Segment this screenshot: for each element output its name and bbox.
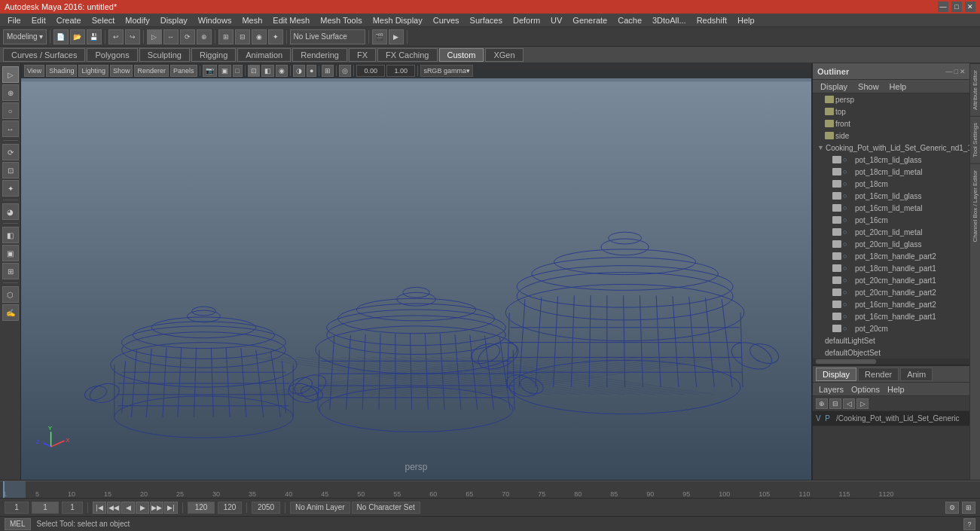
- menu-item-mesh-tools[interactable]: Mesh Tools: [316, 14, 366, 27]
- outliner-item[interactable]: ○pot_18cm_handle_part2: [813, 250, 970, 262]
- menu-item-display[interactable]: Display: [156, 14, 192, 27]
- maximize-btn[interactable]: □: [951, 2, 962, 12]
- menu-item-uv[interactable]: UV: [546, 14, 566, 27]
- vp-cam-btn[interactable]: 📷: [203, 65, 217, 77]
- outliner-min-btn[interactable]: —: [946, 68, 953, 75]
- secondary-tab-xgen[interactable]: XGen: [485, 48, 523, 62]
- menu-item-create[interactable]: Create: [52, 14, 86, 27]
- minimize-btn[interactable]: —: [938, 2, 948, 12]
- redo-btn[interactable]: ↪: [125, 29, 140, 44]
- menu-item-generate[interactable]: Generate: [568, 14, 612, 27]
- secondary-tab-rendering[interactable]: Rendering: [292, 48, 347, 62]
- secondary-tab-curves---surfaces[interactable]: Curves / Surfaces: [3, 48, 85, 62]
- outliner-help-menu[interactable]: Help: [885, 82, 911, 91]
- vp-grid-btn[interactable]: ⊞: [322, 65, 334, 77]
- vp-menu-panels[interactable]: Panels: [170, 65, 197, 77]
- outliner-item[interactable]: top: [813, 105, 970, 117]
- vp-far-clip[interactable]: 1.00: [386, 65, 415, 77]
- menu-item-help[interactable]: Help: [733, 14, 759, 27]
- mel-python-toggle[interactable]: MEL: [5, 518, 31, 530]
- scale-tool-lt[interactable]: ⊡: [2, 162, 19, 179]
- window-controls[interactable]: — □ ✕: [938, 2, 975, 12]
- move-tool-lt[interactable]: ↔: [2, 121, 19, 137]
- select-tool[interactable]: ▷: [147, 29, 162, 44]
- outliner-max-btn[interactable]: □: [954, 68, 958, 75]
- menu-item-edit[interactable]: Edit: [27, 14, 50, 27]
- component-mode[interactable]: ▣: [2, 245, 19, 261]
- play-btn[interactable]: ▶: [136, 502, 149, 514]
- outliner-item[interactable]: ○pot_16cm_lid_glass: [813, 190, 970, 202]
- menu-item-3dtoall...[interactable]: 3DtoAll...: [648, 14, 691, 27]
- move-tool[interactable]: ↔: [163, 29, 179, 44]
- vp-menu-shading[interactable]: Shading: [46, 65, 77, 77]
- anim-layer-btn[interactable]: No Anim Layer: [290, 502, 350, 514]
- outliner-item[interactable]: ○pot_16cm_handle_part1: [813, 310, 970, 322]
- vp-menu-renderer[interactable]: Renderer: [134, 65, 169, 77]
- outliner-item[interactable]: ○pot_20cm_handle_part1: [813, 274, 970, 286]
- char-set-btn[interactable]: No Character Set: [352, 502, 420, 514]
- help-icon[interactable]: ?: [963, 518, 975, 530]
- select-tool-lt[interactable]: ▷: [2, 66, 19, 83]
- cb-btn-3[interactable]: ◁: [843, 398, 855, 409]
- paint-select[interactable]: ⊕: [2, 84, 19, 101]
- vp-menu-view[interactable]: View: [24, 65, 44, 77]
- menu-item-file[interactable]: File: [3, 14, 26, 27]
- current-frame-field[interactable]: 1: [32, 502, 59, 514]
- snap-view[interactable]: ✦: [268, 29, 283, 44]
- end-frame-field[interactable]: 120: [218, 502, 242, 514]
- vp-ao-btn[interactable]: ●: [307, 65, 316, 77]
- outliner-item[interactable]: ○pot_16cm_handle_part2: [813, 298, 970, 310]
- outliner-item[interactable]: ○pot_18cm: [813, 178, 970, 190]
- timeline-area[interactable]: 1510152025303540455055606570758085909510…: [0, 480, 980, 498]
- vp-flat-btn[interactable]: ◧: [261, 65, 274, 77]
- secondary-tab-polygons[interactable]: Polygons: [87, 48, 137, 62]
- snap-point[interactable]: ◉: [252, 29, 267, 44]
- step-back-btn[interactable]: ◀◀: [107, 502, 121, 514]
- anim-options-btn[interactable]: ⊞: [962, 502, 975, 514]
- new-btn[interactable]: 📄: [53, 29, 69, 44]
- save-btn[interactable]: 💾: [87, 29, 102, 44]
- outliner-display-menu[interactable]: Display: [816, 82, 852, 91]
- render-settings[interactable]: 🎬: [372, 29, 387, 44]
- no-live-surface-dropdown[interactable]: No Live Surface: [290, 29, 365, 44]
- playback-range-start[interactable]: 1: [62, 502, 83, 514]
- secondary-tab-fx-caching[interactable]: FX Caching: [377, 48, 437, 62]
- outliner-item[interactable]: ○pot_16cm_lid_metal: [813, 202, 970, 214]
- module-dropdown-arrow[interactable]: ▾: [39, 32, 43, 41]
- tool-settings-sidebar-tab[interactable]: Tool Settings: [970, 116, 980, 163]
- vp-menu-show[interactable]: Show: [110, 65, 133, 77]
- menu-item-select[interactable]: Select: [87, 14, 120, 27]
- secondary-tab-fx[interactable]: FX: [349, 48, 376, 62]
- outliner-item[interactable]: side: [813, 130, 970, 142]
- vp-gate-btn[interactable]: □: [233, 65, 243, 77]
- render-view[interactable]: ▶: [389, 29, 404, 44]
- snap-grid[interactable]: ⊞: [218, 29, 234, 44]
- cb-btn-4[interactable]: ▷: [856, 398, 869, 409]
- snap-curve[interactable]: ⊟: [235, 29, 250, 44]
- outliner-item[interactable]: front: [813, 117, 970, 130]
- rotate-tool-lt[interactable]: ⟳: [2, 144, 19, 160]
- create-poly[interactable]: ⬡: [2, 286, 19, 303]
- menu-item-windows[interactable]: Windows: [194, 14, 237, 27]
- vp-shadow-btn[interactable]: ◑: [293, 65, 305, 77]
- snap-together[interactable]: ⊞: [2, 263, 19, 279]
- menu-item-modify[interactable]: Modify: [121, 14, 154, 27]
- vp-smooth-btn[interactable]: ◉: [276, 65, 288, 77]
- vp-isolate-btn[interactable]: ◎: [339, 65, 351, 77]
- outliner-item[interactable]: ○pot_18cm_lid_glass: [813, 154, 970, 166]
- outliner-item[interactable]: ○pot_20cm: [813, 322, 970, 334]
- outliner-item[interactable]: ○pot_20cm_lid_glass: [813, 238, 970, 250]
- vp-colorspace-dropdown[interactable]: sRGB gamma▾: [420, 65, 473, 77]
- soft-select[interactable]: ◕: [2, 203, 19, 220]
- render-tab[interactable]: Render: [858, 368, 899, 381]
- secondary-tab-rigging[interactable]: Rigging: [191, 48, 236, 62]
- close-btn[interactable]: ✕: [965, 2, 975, 12]
- secondary-tab-custom[interactable]: Custom: [439, 48, 484, 62]
- universal-manip[interactable]: ✦: [2, 180, 19, 197]
- outliner-item[interactable]: ○pot_18cm_handle_part1: [813, 262, 970, 274]
- scale-tool[interactable]: ⊕: [197, 29, 212, 44]
- outliner-hscroll[interactable]: [813, 359, 970, 365]
- cb-layers-menu[interactable]: Layers: [816, 385, 847, 394]
- outliner-item[interactable]: ○pot_20cm_lid_metal: [813, 226, 970, 238]
- menu-item-mesh-display[interactable]: Mesh Display: [368, 14, 427, 27]
